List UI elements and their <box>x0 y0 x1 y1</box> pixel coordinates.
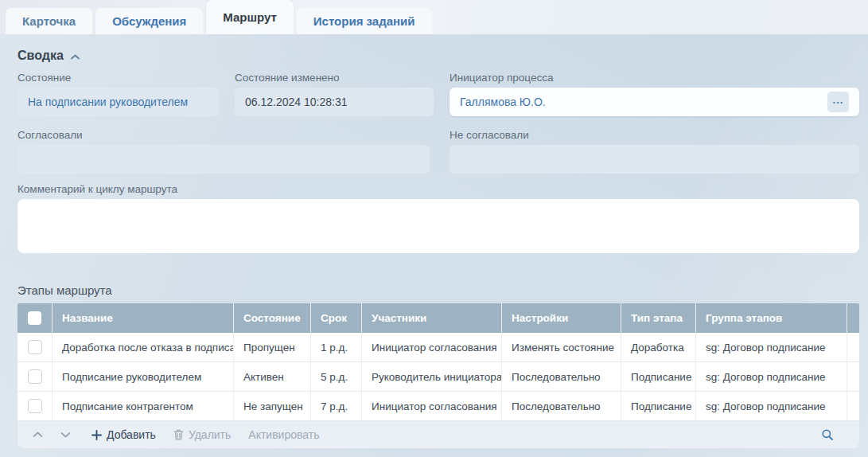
chevron-down-icon <box>60 432 71 438</box>
tab-discussions[interactable]: Обсуждения <box>95 8 203 34</box>
cell-state: Не запущен <box>233 392 310 420</box>
cell-term: 1 р.д. <box>310 333 361 361</box>
approved-field <box>18 145 430 174</box>
state-changed-label: Состояние изменено <box>235 72 434 84</box>
initiator-field[interactable]: Галлямова Ю.О. ... <box>450 88 859 116</box>
table-row[interactable]: Подписание контрагентом Не запущен 7 р.д… <box>18 392 859 421</box>
plus-icon <box>91 430 102 440</box>
activate-button-label: Активировать <box>248 429 319 440</box>
add-button-label: Добавить <box>107 429 156 440</box>
select-all-checkbox[interactable] <box>28 311 41 325</box>
ellipsis-icon[interactable]: ... <box>827 92 849 112</box>
table-row[interactable]: Подписание руководителем Активен 5 р.д. … <box>18 362 859 392</box>
col-participants[interactable]: Участники <box>361 303 501 333</box>
col-state[interactable]: Состояние <box>233 303 310 333</box>
search-icon <box>821 428 834 441</box>
not-approved-field <box>450 145 859 174</box>
initiator-value: Галлямова Ю.О. <box>460 96 546 108</box>
cell-term: 5 р.д. <box>310 362 361 391</box>
cell-stage-group: sg: Договор подписание <box>695 333 847 361</box>
summary-title: Сводка <box>18 49 64 63</box>
stages-toolbar: Добавить Удалить Активировать <box>18 421 859 448</box>
row-checkbox[interactable] <box>28 399 42 413</box>
summary-row-2: Согласовали Не согласовали <box>18 130 859 174</box>
tab-card[interactable]: Карточка <box>6 8 92 34</box>
col-name[interactable]: Название <box>52 303 233 333</box>
search-button[interactable] <box>821 428 834 441</box>
initiator-label: Инициатор процесса <box>450 72 859 84</box>
state-changed-field: 06.12.2024 10:28:31 <box>235 88 434 116</box>
summary-section-header: Сводка <box>18 49 859 63</box>
cell-filler <box>847 392 866 420</box>
col-filler <box>847 303 866 333</box>
col-settings[interactable]: Настройки <box>501 303 621 333</box>
delete-button[interactable]: Удалить <box>173 429 231 440</box>
move-down-button[interactable] <box>56 426 74 443</box>
move-up-button[interactable] <box>29 426 46 443</box>
cell-name: Подписание руководителем <box>52 362 233 391</box>
table-row[interactable]: Доработка после отказа в подписании Проп… <box>18 333 859 362</box>
cell-name: Подписание контрагентом <box>52 392 233 420</box>
cell-participants: Инициатор согласования <box>361 392 501 420</box>
cell-filler <box>847 362 866 391</box>
not-approved-label: Не согласовали <box>450 130 859 141</box>
cell-state: Пропущен <box>233 333 310 361</box>
route-panel: Сводка Состояние На подписании руководит… <box>0 34 868 457</box>
cell-participants: Инициатор согласования <box>361 333 501 361</box>
state-changed-value: 06.12.2024 10:28:31 <box>245 96 347 108</box>
row-checkbox[interactable] <box>28 369 42 384</box>
header-checkbox-cell <box>18 303 52 333</box>
cell-settings: Последовательно <box>501 392 621 420</box>
state-field: На подписании руководителем <box>18 88 219 116</box>
cell-name: Доработка после отказа в подписании <box>52 333 233 361</box>
route-cycle-comment-input[interactable] <box>18 199 859 253</box>
col-term[interactable]: Срок <box>310 303 361 333</box>
route-tab-page: Карточка Обсуждения Маршрут История зада… <box>0 0 868 457</box>
trash-icon <box>173 429 184 440</box>
cell-settings: Изменять состояние <box>501 333 621 361</box>
col-stage-type[interactable]: Тип этапа <box>621 303 695 333</box>
cell-stage-group: sg: Договор подписание <box>695 362 847 391</box>
col-stage-group[interactable]: Группа этапов <box>695 303 847 333</box>
tab-bar: Карточка Обсуждения Маршрут История зада… <box>6 0 432 34</box>
cell-term: 7 р.д. <box>310 392 361 420</box>
state-label: Состояние <box>18 72 219 84</box>
cell-stage-type: Доработка <box>621 333 695 361</box>
cell-stage-group: sg: Договор подписание <box>695 392 847 420</box>
summary-row-1: Состояние На подписании руководителем Со… <box>18 72 859 116</box>
stages-table-header: Название Состояние Срок Участники Настро… <box>18 303 859 333</box>
comment-block: Комментарий к циклу маршрута <box>18 184 859 253</box>
state-value: На подписании руководителем <box>28 96 188 108</box>
activate-button[interactable]: Активировать <box>248 429 319 440</box>
row-checkbox[interactable] <box>28 340 42 354</box>
approved-label: Согласовали <box>18 130 430 141</box>
cell-stage-type: Подписание <box>621 392 695 420</box>
chevron-up-icon <box>33 432 43 438</box>
stages-title: Этапы маршрута <box>18 284 859 296</box>
cell-settings: Последовательно <box>501 362 621 391</box>
add-button[interactable]: Добавить <box>91 429 156 440</box>
chevron-up-icon[interactable] <box>71 54 80 60</box>
comment-label: Комментарий к циклу маршрута <box>18 184 859 195</box>
cell-filler <box>847 333 866 361</box>
tab-route[interactable]: Маршрут <box>206 0 294 34</box>
cell-state: Активен <box>233 362 310 391</box>
tab-task-history[interactable]: История заданий <box>297 8 432 34</box>
delete-button-label: Удалить <box>189 429 231 440</box>
cell-participants: Руководитель инициатора <box>361 362 501 391</box>
cell-stage-type: Подписание <box>621 362 695 391</box>
